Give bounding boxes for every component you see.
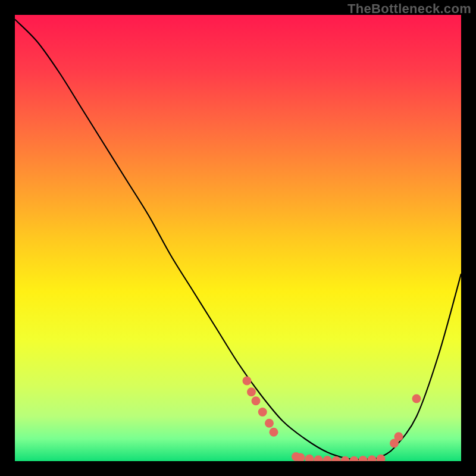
watermark-text: TheBottleneck.com	[347, 1, 471, 17]
data-marker	[265, 419, 274, 428]
data-marker	[258, 408, 267, 416]
data-marker	[412, 394, 421, 403]
data-marker	[252, 396, 261, 405]
bottleneck-chart	[15, 15, 461, 461]
chart-frame	[15, 15, 461, 461]
gradient-background	[15, 15, 461, 461]
data-marker	[247, 387, 256, 396]
data-marker	[243, 377, 252, 386]
data-marker	[394, 432, 403, 441]
data-marker	[270, 428, 278, 437]
